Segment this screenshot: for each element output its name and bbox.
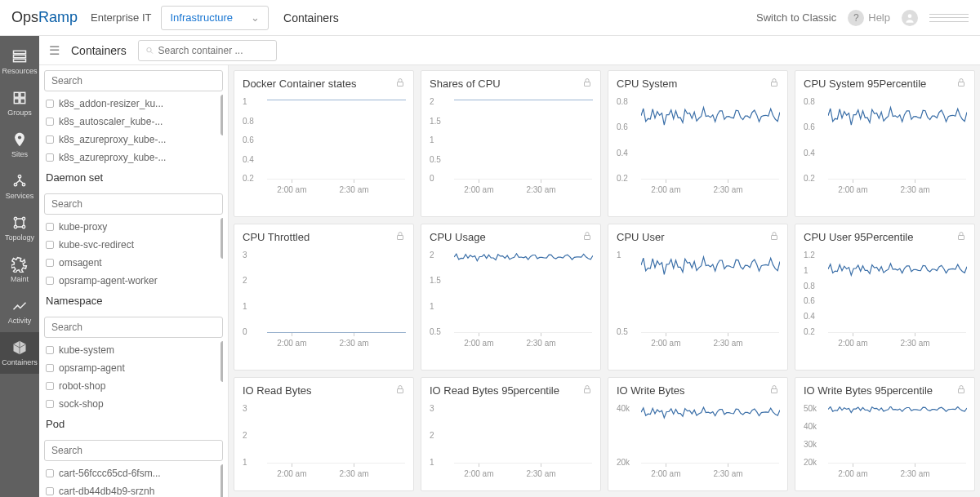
scrollbar-thumb[interactable] [220, 464, 223, 497]
checkbox-icon [46, 382, 54, 390]
chart-title: IO Read Bytes 95percentile [430, 384, 559, 397]
rail-item-maint[interactable]: Maint [0, 249, 39, 291]
filter-list: cart-56fccc65cd-6fsm...cart-db44db4b9-sr… [44, 464, 223, 497]
y-tick-label: 2 [430, 251, 434, 260]
filter-item[interactable]: sock-shop [44, 395, 223, 413]
filter-item[interactable]: cart-56fccc65cd-6fsm... [44, 464, 223, 482]
scrollbar-thumb[interactable] [220, 218, 223, 259]
filter-item[interactable]: k8s_autoscaler_kube-... [44, 113, 223, 131]
svg-rect-21 [959, 82, 964, 87]
svg-rect-18 [398, 82, 403, 87]
chart-card: CPU User 95Percentile1.210.80.60.40.22:0… [795, 224, 975, 371]
filter-item-label: cart-db44db4b9-srznh [59, 486, 154, 497]
x-tick-label: 2:00 am [651, 339, 680, 348]
svg-point-11 [22, 184, 24, 186]
x-tick-label: 2:00 am [277, 185, 306, 194]
svg-rect-19 [585, 82, 590, 87]
y-tick-label: 0.6 [243, 135, 254, 144]
filter-item[interactable]: kube-proxy [44, 218, 223, 236]
x-tick-label: 2:00 am [464, 185, 493, 194]
chart-title: Docker Container states [243, 78, 356, 90]
y-tick-label: 1 [243, 458, 247, 467]
rail-label: Sites [11, 150, 28, 158]
filter-search-pod[interactable] [44, 440, 223, 461]
y-tick-label: 2 [243, 431, 247, 440]
breadcrumb: Containers [283, 11, 339, 24]
user-menu-lines[interactable] [929, 14, 969, 22]
switch-classic-link[interactable]: Switch to Classic [756, 11, 836, 24]
enterprise-label[interactable]: Enterprise IT [91, 11, 151, 24]
chart-title: CPU User [617, 231, 665, 243]
chart-title: CPU System [617, 78, 677, 90]
rail-item-sites[interactable]: Sites [0, 124, 39, 166]
filter-list: kube-systemopsramp-agentrobot-shopsock-s… [44, 341, 223, 413]
y-tick-label: 0.8 [617, 97, 628, 106]
y-tick-label: 0.6 [804, 296, 815, 305]
filter-item[interactable]: opsramp-agent [44, 359, 223, 377]
y-tick-label: 0.8 [804, 281, 815, 290]
svg-rect-24 [772, 236, 777, 240]
container-search[interactable] [138, 40, 277, 61]
hamburger-icon[interactable]: ☰ [49, 43, 60, 58]
scrollbar-thumb[interactable] [220, 341, 223, 382]
rail-item-groups[interactable]: Groups [0, 82, 39, 124]
x-tick-label: 2:30 am [900, 469, 929, 478]
filter-search-input[interactable] [51, 322, 216, 333]
svg-rect-3 [14, 59, 26, 61]
filter-item[interactable]: robot-shop [44, 377, 223, 395]
rail-item-activity[interactable]: Activity [0, 291, 39, 332]
scrollbar-thumb[interactable] [220, 95, 223, 135]
filter-item[interactable]: omsagent [44, 254, 223, 272]
chart-title: IO Read Bytes [243, 384, 312, 397]
filter-item[interactable]: cart-db44db4b9-srznh [44, 482, 223, 497]
filter-item[interactable]: k8s_azureproxy_kube-... [44, 131, 223, 149]
rail-item-topology[interactable]: Topology [0, 207, 39, 249]
x-tick-label: 2:30 am [526, 469, 555, 478]
svg-rect-23 [585, 236, 590, 240]
chart-card: IO Read Bytes 95percentile3212:00 am2:30… [421, 377, 601, 491]
lock-icon [582, 384, 592, 397]
y-tick-label: 0.4 [804, 312, 815, 321]
x-tick-label: 2:30 am [713, 469, 742, 478]
filter-search-container-name[interactable] [44, 70, 223, 91]
lock-icon [956, 78, 966, 90]
checkbox-icon [46, 153, 54, 162]
filter-search-input[interactable] [51, 198, 216, 210]
y-tick-label: 20k [617, 458, 630, 467]
help-link[interactable]: ? Help [848, 10, 890, 26]
filter-item[interactable]: kube-system [44, 341, 223, 359]
lock-icon [769, 384, 779, 397]
x-tick-label: 2:00 am [464, 469, 493, 478]
container-search-input[interactable] [158, 45, 269, 56]
chart-title: CPU User 95Percentile [804, 231, 913, 243]
rail-item-resources[interactable]: Resources [0, 41, 39, 82]
filter-item[interactable]: k8s_addon-resizer_ku... [44, 95, 223, 113]
y-tick-label: 0.5 [430, 154, 441, 163]
x-tick-label: 2:00 am [277, 469, 306, 478]
y-tick-label: 0.4 [804, 148, 815, 157]
x-tick-label: 2:00 am [651, 469, 680, 478]
lock-icon [582, 231, 592, 243]
user-avatar-icon[interactable] [902, 10, 918, 26]
filter-item[interactable]: k8s_azureproxy_kube-... [44, 149, 223, 166]
y-tick-label: 1 [243, 301, 247, 310]
lock-icon [956, 231, 966, 243]
filter-item[interactable]: kube-svc-redirect [44, 236, 223, 254]
svg-rect-1 [14, 51, 26, 53]
filter-search-namespace[interactable] [44, 317, 223, 338]
chart-title: IO Write Bytes 95percentile [804, 384, 933, 397]
checkbox-icon [46, 241, 54, 249]
filter-item[interactable]: opsramp-agent-worker [44, 272, 223, 290]
filter-search-input[interactable] [51, 75, 216, 87]
filter-item-label: k8s_autoscaler_kube-... [59, 116, 163, 127]
rail-item-services[interactable]: Services [0, 166, 39, 207]
svg-point-16 [146, 47, 150, 51]
nav-dropdown[interactable]: Infrastructure ⌄ [161, 6, 269, 30]
x-tick-label: 2:30 am [713, 339, 742, 348]
lock-icon [769, 231, 779, 243]
filter-search-daemon-set[interactable] [44, 193, 223, 215]
y-tick-label: 3 [243, 404, 247, 413]
filter-item-label: opsramp-agent-worker [59, 275, 158, 286]
filter-search-input[interactable] [51, 445, 216, 456]
rail-item-containers[interactable]: Containers [0, 332, 39, 374]
